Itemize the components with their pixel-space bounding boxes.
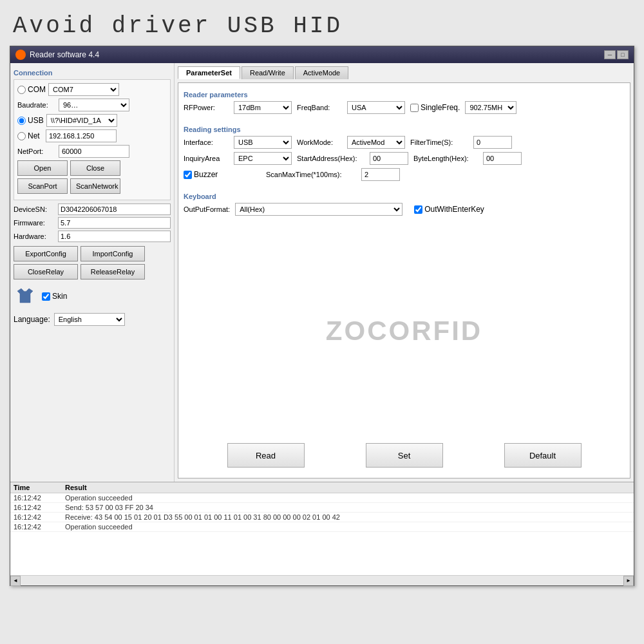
scan-row: ScanPort ScanNetwork: [17, 178, 167, 194]
usb-radio-label: USB: [17, 116, 44, 125]
relayrelay-button[interactable]: ReleaseRelay: [80, 264, 145, 279]
log-row: 16:12:42 Receive: 43 54 00 15 01 20 01 D…: [10, 513, 634, 522]
interface-row: Interface: USB WorkMode: ActiveMod Filte…: [184, 136, 625, 149]
devicesn-label: DeviceSN:: [14, 205, 55, 213]
com-dropdown[interactable]: COM7: [48, 83, 119, 96]
page-background: Avoid driver USB HID Reader software 4.4…: [0, 0, 644, 586]
inquiryarea-row: InquiryArea EPC StartAddress(Hex): ByteL…: [184, 152, 625, 165]
scroll-left-button[interactable]: ◄: [10, 576, 21, 586]
usb-label: USB: [28, 116, 44, 125]
close-button[interactable]: Close: [70, 160, 120, 176]
minimize-button[interactable]: ─: [604, 50, 616, 59]
com-label: COM: [28, 85, 46, 94]
skin-row: Skin: [14, 285, 171, 308]
com-row: COM COM7: [17, 83, 167, 96]
usb-dropdown[interactable]: \\?\HID#VID_1A: [46, 114, 117, 127]
default-button[interactable]: Default: [504, 443, 582, 468]
scrollbar-horizontal: ◄ ►: [10, 575, 634, 585]
singlefreq-label: SingleFreq.: [421, 103, 460, 112]
hardware-value: 1.6: [58, 231, 171, 242]
scroll-track: [21, 576, 623, 585]
bottom-buttons: Read Set Default: [184, 438, 625, 473]
device-info: DeviceSN: D3042206067018 Firmware: 5.7 H…: [14, 204, 171, 242]
main-window: Reader software 4.4 ─ □ Connection COM: [10, 46, 634, 586]
buzzer-row: Buzzer ScanMaxTime(*100ms):: [184, 168, 625, 181]
singlefreq-checkbox[interactable]: [410, 104, 419, 112]
scanmaxtime-input[interactable]: [361, 168, 400, 181]
set-button[interactable]: Set: [366, 443, 443, 468]
reader-params-label: Reader parameters: [184, 91, 625, 99]
startaddress-input[interactable]: [370, 152, 408, 165]
skin-checkbox[interactable]: [42, 292, 50, 301]
netport-row: NetPort:: [17, 145, 167, 158]
freqband-label: FreqBand:: [297, 104, 342, 111]
baudrate-dropdown[interactable]: 96…: [59, 99, 129, 111]
tabs: ParameterSet Read/Write ActiveMode: [178, 66, 630, 79]
outwithenterkey-label: OutWithEnterKey: [414, 205, 484, 214]
tab-activemode[interactable]: ActiveMode: [295, 66, 348, 79]
net-radio[interactable]: [17, 132, 26, 140]
title-bar-buttons: ─ □: [604, 50, 629, 59]
interface-label: Interface:: [184, 138, 229, 146]
singlefreq-dropdown[interactable]: 902.75MH: [465, 101, 516, 114]
freqband-dropdown[interactable]: USA: [347, 101, 405, 114]
devicesn-value: D3042206067018: [58, 204, 171, 215]
skin-checkbox-label: Skin: [42, 292, 67, 301]
firmware-row: Firmware: 5.7: [14, 217, 171, 229]
maximize-button[interactable]: □: [617, 50, 629, 59]
reading-settings-section: Reading settings Interface: USB WorkMode…: [184, 122, 625, 184]
log-col-result: Result: [65, 484, 630, 491]
workmode-dropdown[interactable]: ActiveMod: [347, 136, 405, 149]
usb-radio[interactable]: [17, 117, 26, 125]
title-bar: Reader software 4.4 ─ □: [10, 46, 634, 63]
rfpower-dropdown[interactable]: 17dBm: [234, 101, 292, 114]
bytelength-label: ByteLength(Hex):: [413, 155, 478, 162]
bytelength-input[interactable]: [483, 152, 522, 165]
usb-row: USB \\?\HID#VID_1A: [17, 114, 167, 127]
log-row: 16:12:42 Operation succeeded: [10, 493, 634, 503]
scroll-right-button[interactable]: ►: [623, 576, 634, 586]
exportconfig-button[interactable]: ExportConfig: [14, 246, 78, 261]
connection-label: Connection: [14, 69, 171, 77]
tab-readwrite[interactable]: Read/Write: [242, 66, 294, 79]
watermark: ZOCORFID: [184, 224, 625, 438]
net-row: Net: [17, 129, 167, 142]
interface-dropdown[interactable]: USB: [234, 136, 292, 149]
outputformat-label: OutPutFormat:: [184, 205, 230, 213]
buzzer-checkbox[interactable]: [184, 171, 192, 179]
open-button[interactable]: Open: [17, 160, 68, 176]
firmware-value: 5.7: [58, 217, 171, 229]
importconfig-button[interactable]: ImportConfig: [80, 246, 145, 261]
read-button[interactable]: Read: [227, 443, 305, 468]
tab-parameterset[interactable]: ParameterSet: [178, 66, 240, 79]
filtertime-input[interactable]: [473, 136, 512, 149]
com-radio[interactable]: [17, 86, 26, 94]
devicesn-row: DeviceSN: D3042206067018: [14, 204, 171, 215]
net-input[interactable]: [46, 129, 117, 142]
scanport-button[interactable]: ScanPort: [17, 178, 68, 194]
scannetwork-button[interactable]: ScanNetwork: [70, 178, 120, 194]
closerelay-button[interactable]: CloseRelay: [14, 264, 78, 279]
language-label: Language:: [14, 315, 50, 324]
outwithenterkey-checkbox[interactable]: [414, 205, 422, 214]
reader-params-section: Reader parameters RFPower: 17dBm FreqBan…: [184, 88, 625, 117]
right-panel: ParameterSet Read/Write ActiveMode Reade…: [175, 63, 634, 482]
window-body: Connection COM COM7 Baudrat: [10, 63, 634, 482]
language-row: Language: English: [14, 313, 171, 326]
log-row: 16:12:42 Operation succeeded: [10, 522, 634, 532]
language-dropdown[interactable]: English: [54, 313, 125, 326]
buzzer-checkbox-label: Buzzer: [184, 170, 261, 179]
outputformat-dropdown[interactable]: All(Hex): [235, 203, 402, 216]
log-time-1: 16:12:42: [14, 504, 65, 511]
log-panel: Time Result 16:12:42 Operation succeeded…: [10, 482, 634, 575]
rfpower-row: RFPower: 17dBm FreqBand: USA SingleFreq.: [184, 101, 625, 114]
hardware-label: Hardware:: [14, 232, 55, 240]
netport-input[interactable]: [59, 145, 129, 158]
log-col-time: Time: [14, 484, 65, 491]
log-row: 16:12:42 Send: 53 57 00 03 FF 20 34: [10, 503, 634, 513]
keyboard-section: Keyboard OutPutFormat: All(Hex) OutWithE…: [184, 189, 625, 219]
left-panel: Connection COM COM7 Baudrat: [10, 63, 175, 482]
connection-section: COM COM7 Baudrate: 96…: [14, 79, 171, 200]
inquiryarea-dropdown[interactable]: EPC: [234, 152, 292, 165]
baudrate-label: Baudrate:: [17, 101, 56, 109]
